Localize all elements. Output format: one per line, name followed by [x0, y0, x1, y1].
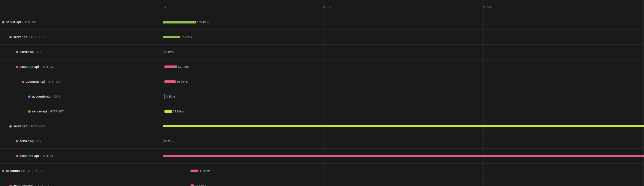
- service-name: server-api: [13, 35, 28, 39]
- span-bar: [191, 184, 194, 186]
- service-name: accounts-api: [6, 169, 25, 173]
- service-cell-10: accounts-api- HTTP GET: [0, 164, 163, 178]
- grid-line: [483, 59, 484, 74]
- span-bar: [164, 110, 172, 113]
- op-label: - HTTP GET: [48, 110, 64, 113]
- bar-label: 3.29ms: [164, 140, 174, 143]
- timeline-marker-2: 1.72s: [483, 5, 491, 9]
- span-bar: [163, 21, 196, 23]
- op-label: - DNS: [35, 140, 43, 143]
- grid-line: [483, 178, 484, 186]
- grid-line: [643, 134, 644, 149]
- op-label: - HTTP GET: [34, 184, 50, 186]
- dot-pink: [9, 185, 12, 186]
- grid-line: [483, 89, 484, 104]
- op-label: - DNS: [35, 50, 43, 53]
- grid-line: [643, 45, 644, 59]
- bar-label: 3.88ms: [166, 95, 175, 98]
- rows-container: server-api- HTTP GET179.43msserver-api- …: [0, 15, 644, 186]
- span-bar: [163, 125, 644, 127]
- grid-line: [483, 30, 484, 45]
- service-name: accounts-api: [20, 154, 39, 158]
- grid-line: [323, 15, 323, 30]
- bar-label: 39.94ms: [173, 110, 184, 113]
- grid-line: [323, 178, 323, 186]
- dot-pink: [2, 170, 4, 172]
- grid-line: [483, 45, 484, 59]
- span-bar: [163, 36, 180, 38]
- timeline-cell-10: 41.84ms: [163, 164, 644, 178]
- thin-bar: [163, 139, 163, 143]
- grid-line: [483, 15, 484, 30]
- table-row: accounts-api- HTTP GET59.26ms: [0, 74, 644, 89]
- dot-green: [2, 21, 4, 23]
- op-label: - HTTP GET: [29, 35, 45, 39]
- main-container: 0s0.86s1.72s2.58s server-api- HTTP GET17…: [0, 0, 644, 186]
- bar-label: 59.26ms: [177, 80, 188, 83]
- dot-pink: [16, 155, 18, 157]
- op-label: - HTTP GET: [22, 21, 38, 24]
- table-row: accounts-api- HTTP GET67.16ms: [0, 59, 644, 74]
- grid-line: [483, 74, 484, 89]
- op-label: - HTTP GET: [26, 169, 42, 172]
- grid-line: [323, 45, 323, 59]
- service-name: server-api: [13, 124, 28, 128]
- grid-line: [323, 164, 323, 178]
- timeline-cell-3: 67.16ms: [163, 59, 644, 74]
- table-row: accounts-api- HTTP GET: [0, 149, 644, 164]
- thin-bar: [164, 94, 165, 99]
- table-row: server-api- HTTP GET179.43ms: [0, 15, 644, 30]
- dot-green: [28, 110, 30, 113]
- dot-green: [9, 125, 12, 128]
- grid-line: [643, 30, 644, 45]
- table-row: server-api- HTTP GET39.94ms: [0, 104, 644, 119]
- service-name: server-api: [32, 110, 47, 113]
- op-label: - HTTP GET: [40, 154, 56, 158]
- service-name: server-api: [20, 50, 34, 54]
- timeline-cell-1: 92.27ms: [163, 30, 644, 45]
- timeline-cell-9: [163, 149, 644, 164]
- timeline-cell-5: 3.88ms: [163, 89, 644, 104]
- service-cell-1: server-api- HTTP GET: [0, 30, 163, 44]
- dot-pink: [16, 66, 18, 68]
- service-cell-5: accounts-api- DNS: [0, 89, 163, 104]
- grid-line: [643, 74, 644, 89]
- grid-line: [323, 74, 323, 89]
- grid-line: [643, 15, 644, 30]
- timeline-cell-11: 17.84ms: [163, 178, 644, 186]
- table-row: server-api- DNS4.99ms: [0, 45, 644, 59]
- service-name: server-api: [6, 20, 21, 24]
- service-name: accounts-api: [13, 184, 33, 186]
- grid-line: [323, 134, 323, 149]
- service-cell-6: server-api- HTTP GET: [0, 104, 163, 119]
- op-label: - HTTP GET: [40, 65, 56, 68]
- timeline-cell-6: 39.94ms: [163, 104, 644, 119]
- header: 0s0.86s1.72s2.58s: [0, 0, 644, 15]
- service-cell-9: accounts-api- HTTP GET: [0, 149, 163, 163]
- service-name: accounts-api: [32, 95, 51, 98]
- table-row: accounts-api- HTTP GET41.84ms: [0, 164, 644, 178]
- bar-label: 4.99ms: [164, 50, 174, 53]
- grid-line: [643, 178, 644, 186]
- service-cell-11: accounts-api- HTTP GET: [0, 178, 163, 186]
- table-row: accounts-api- DNS3.88ms: [0, 89, 644, 104]
- thin-bar: [163, 50, 163, 54]
- bar-label: 67.16ms: [178, 65, 189, 68]
- dot-green: [9, 36, 12, 38]
- table-row: accounts-api- HTTP GET17.84ms: [0, 178, 644, 186]
- span-bar: [164, 65, 177, 68]
- span-bar: [191, 170, 198, 172]
- timeline-cell-8: 3.29ms: [163, 134, 644, 149]
- dot-pink: [22, 81, 24, 83]
- service-cell-0: server-api- HTTP GET: [0, 15, 163, 29]
- grid-line: [323, 89, 323, 104]
- timeline-cell-4: 59.26ms: [163, 74, 644, 89]
- timeline-marker-1: 0.86s: [323, 5, 331, 9]
- grid-line: [643, 59, 644, 74]
- grid-line: [483, 164, 484, 178]
- grid-line: [643, 89, 644, 104]
- service-cell-4: accounts-api- HTTP GET: [0, 74, 163, 89]
- service-name: accounts-api: [26, 80, 45, 83]
- op-label: - HTTP GET: [29, 125, 45, 128]
- bar-label: 41.84ms: [199, 169, 210, 172]
